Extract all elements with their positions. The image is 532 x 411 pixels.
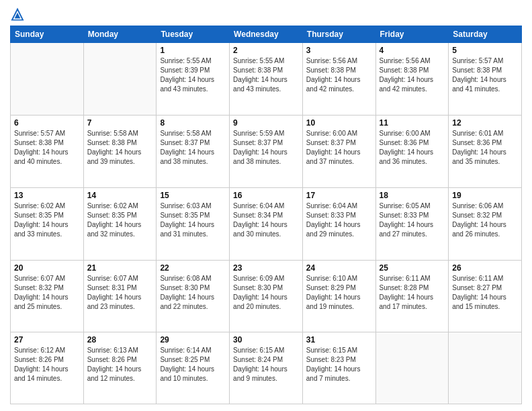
day-info: Sunrise: 5:55 AM Sunset: 8:39 PM Dayligh… <box>160 56 226 94</box>
calendar-cell: 13Sunrise: 6:02 AM Sunset: 8:35 PM Dayli… <box>11 187 84 260</box>
calendar-cell: 23Sunrise: 6:09 AM Sunset: 8:30 PM Dayli… <box>230 260 303 332</box>
calendar-cell: 7Sunrise: 5:58 AM Sunset: 8:38 PM Daylig… <box>83 115 157 187</box>
day-number: 11 <box>380 118 445 128</box>
calendar-cell <box>375 332 449 404</box>
day-number: 5 <box>452 46 518 55</box>
calendar-cell: 22Sunrise: 6:08 AM Sunset: 8:30 PM Dayli… <box>157 260 230 332</box>
calendar-cell: 24Sunrise: 6:10 AM Sunset: 8:29 PM Dayli… <box>302 260 375 332</box>
day-info: Sunrise: 6:14 AM Sunset: 8:25 PM Dayligh… <box>160 346 226 383</box>
calendar-cell: 6Sunrise: 5:57 AM Sunset: 8:38 PM Daylig… <box>11 115 84 187</box>
day-number: 16 <box>233 191 299 200</box>
calendar-cell: 12Sunrise: 6:01 AM Sunset: 8:36 PM Dayli… <box>449 115 522 187</box>
day-number: 18 <box>380 191 445 200</box>
calendar-cell: 20Sunrise: 6:07 AM Sunset: 8:32 PM Dayli… <box>11 260 84 332</box>
day-info: Sunrise: 6:01 AM Sunset: 8:36 PM Dayligh… <box>452 129 518 167</box>
day-info: Sunrise: 6:06 AM Sunset: 8:32 PM Dayligh… <box>452 201 518 239</box>
day-info: Sunrise: 6:09 AM Sunset: 8:30 PM Dayligh… <box>233 274 299 312</box>
day-number: 3 <box>306 46 372 55</box>
calendar-weekday-friday: Friday <box>375 26 449 43</box>
day-number: 22 <box>160 263 226 273</box>
day-info: Sunrise: 5:56 AM Sunset: 8:38 PM Dayligh… <box>306 56 372 94</box>
day-info: Sunrise: 6:13 AM Sunset: 8:26 PM Dayligh… <box>87 346 153 383</box>
day-number: 21 <box>87 263 153 273</box>
day-info: Sunrise: 6:00 AM Sunset: 8:36 PM Dayligh… <box>380 129 445 167</box>
calendar-cell: 30Sunrise: 6:15 AM Sunset: 8:24 PM Dayli… <box>230 332 303 404</box>
day-info: Sunrise: 6:11 AM Sunset: 8:28 PM Dayligh… <box>380 274 445 312</box>
day-info: Sunrise: 6:05 AM Sunset: 8:33 PM Dayligh… <box>380 201 445 239</box>
calendar-week-row: 27Sunrise: 6:12 AM Sunset: 8:26 PM Dayli… <box>11 332 522 404</box>
calendar-cell: 5Sunrise: 5:57 AM Sunset: 8:38 PM Daylig… <box>449 43 522 116</box>
calendar-cell: 28Sunrise: 6:13 AM Sunset: 8:26 PM Dayli… <box>83 332 157 404</box>
calendar-weekday-monday: Monday <box>83 26 157 43</box>
day-number: 26 <box>452 263 518 273</box>
day-number: 2 <box>233 46 299 55</box>
calendar-cell: 25Sunrise: 6:11 AM Sunset: 8:28 PM Dayli… <box>375 260 449 332</box>
calendar-cell <box>449 332 522 404</box>
calendar-cell: 1Sunrise: 5:55 AM Sunset: 8:39 PM Daylig… <box>157 43 230 116</box>
day-number: 13 <box>14 191 80 200</box>
day-number: 27 <box>14 335 80 345</box>
day-info: Sunrise: 6:08 AM Sunset: 8:30 PM Dayligh… <box>160 274 226 312</box>
calendar-weekday-thursday: Thursday <box>302 26 375 43</box>
day-info: Sunrise: 5:58 AM Sunset: 8:38 PM Dayligh… <box>87 129 153 167</box>
day-info: Sunrise: 6:10 AM Sunset: 8:29 PM Dayligh… <box>306 274 372 312</box>
calendar-cell: 29Sunrise: 6:14 AM Sunset: 8:25 PM Dayli… <box>157 332 230 404</box>
calendar-weekday-tuesday: Tuesday <box>157 26 230 43</box>
day-info: Sunrise: 5:56 AM Sunset: 8:38 PM Dayligh… <box>380 56 445 94</box>
day-number: 29 <box>160 335 226 345</box>
calendar-cell: 17Sunrise: 6:04 AM Sunset: 8:33 PM Dayli… <box>302 187 375 260</box>
calendar-cell: 10Sunrise: 6:00 AM Sunset: 8:37 PM Dayli… <box>302 115 375 187</box>
calendar-cell: 26Sunrise: 6:11 AM Sunset: 8:27 PM Dayli… <box>449 260 522 332</box>
day-info: Sunrise: 5:55 AM Sunset: 8:38 PM Dayligh… <box>233 56 299 94</box>
calendar-cell: 3Sunrise: 5:56 AM Sunset: 8:38 PM Daylig… <box>302 43 375 116</box>
calendar-cell: 8Sunrise: 5:58 AM Sunset: 8:37 PM Daylig… <box>157 115 230 187</box>
calendar-weekday-saturday: Saturday <box>449 26 522 43</box>
day-info: Sunrise: 6:11 AM Sunset: 8:27 PM Dayligh… <box>452 274 518 312</box>
page: SundayMondayTuesdayWednesdayThursdayFrid… <box>0 0 532 411</box>
logo-icon <box>10 7 25 21</box>
day-number: 10 <box>306 118 372 128</box>
day-info: Sunrise: 6:02 AM Sunset: 8:35 PM Dayligh… <box>14 201 80 239</box>
day-number: 25 <box>380 263 445 273</box>
calendar-weekday-sunday: Sunday <box>11 26 84 43</box>
day-info: Sunrise: 6:12 AM Sunset: 8:26 PM Dayligh… <box>14 346 80 383</box>
day-info: Sunrise: 5:59 AM Sunset: 8:37 PM Dayligh… <box>233 129 299 167</box>
day-info: Sunrise: 6:04 AM Sunset: 8:34 PM Dayligh… <box>233 201 299 239</box>
day-number: 9 <box>233 118 299 128</box>
day-info: Sunrise: 6:00 AM Sunset: 8:37 PM Dayligh… <box>306 129 372 167</box>
day-info: Sunrise: 6:07 AM Sunset: 8:31 PM Dayligh… <box>87 274 153 312</box>
calendar-cell: 21Sunrise: 6:07 AM Sunset: 8:31 PM Dayli… <box>83 260 157 332</box>
day-number: 19 <box>452 191 518 200</box>
day-number: 30 <box>233 335 299 345</box>
day-number: 1 <box>160 46 226 55</box>
day-number: 14 <box>87 191 153 200</box>
day-info: Sunrise: 5:57 AM Sunset: 8:38 PM Dayligh… <box>452 56 518 94</box>
logo <box>10 7 28 21</box>
day-info: Sunrise: 5:57 AM Sunset: 8:38 PM Dayligh… <box>14 129 80 167</box>
calendar-cell: 9Sunrise: 5:59 AM Sunset: 8:37 PM Daylig… <box>230 115 303 187</box>
day-number: 17 <box>306 191 372 200</box>
day-info: Sunrise: 5:58 AM Sunset: 8:37 PM Dayligh… <box>160 129 226 167</box>
header <box>10 7 522 21</box>
calendar-cell: 4Sunrise: 5:56 AM Sunset: 8:38 PM Daylig… <box>375 43 449 116</box>
day-number: 23 <box>233 263 299 273</box>
day-number: 28 <box>87 335 153 345</box>
day-number: 4 <box>380 46 445 55</box>
calendar-cell <box>11 43 84 116</box>
calendar-cell <box>83 43 157 116</box>
day-number: 31 <box>306 335 372 345</box>
calendar-cell: 11Sunrise: 6:00 AM Sunset: 8:36 PM Dayli… <box>375 115 449 187</box>
day-info: Sunrise: 6:07 AM Sunset: 8:32 PM Dayligh… <box>14 274 80 312</box>
day-number: 15 <box>160 191 226 200</box>
calendar-cell: 2Sunrise: 5:55 AM Sunset: 8:38 PM Daylig… <box>230 43 303 116</box>
calendar-cell: 19Sunrise: 6:06 AM Sunset: 8:32 PM Dayli… <box>449 187 522 260</box>
day-number: 8 <box>160 118 226 128</box>
calendar-weekday-wednesday: Wednesday <box>230 26 303 43</box>
calendar-cell: 27Sunrise: 6:12 AM Sunset: 8:26 PM Dayli… <box>11 332 84 404</box>
day-info: Sunrise: 6:04 AM Sunset: 8:33 PM Dayligh… <box>306 201 372 239</box>
calendar-cell: 16Sunrise: 6:04 AM Sunset: 8:34 PM Dayli… <box>230 187 303 260</box>
day-info: Sunrise: 6:15 AM Sunset: 8:23 PM Dayligh… <box>306 346 372 383</box>
calendar-week-row: 1Sunrise: 5:55 AM Sunset: 8:39 PM Daylig… <box>11 43 522 116</box>
day-info: Sunrise: 6:15 AM Sunset: 8:24 PM Dayligh… <box>233 346 299 383</box>
day-number: 12 <box>452 118 518 128</box>
